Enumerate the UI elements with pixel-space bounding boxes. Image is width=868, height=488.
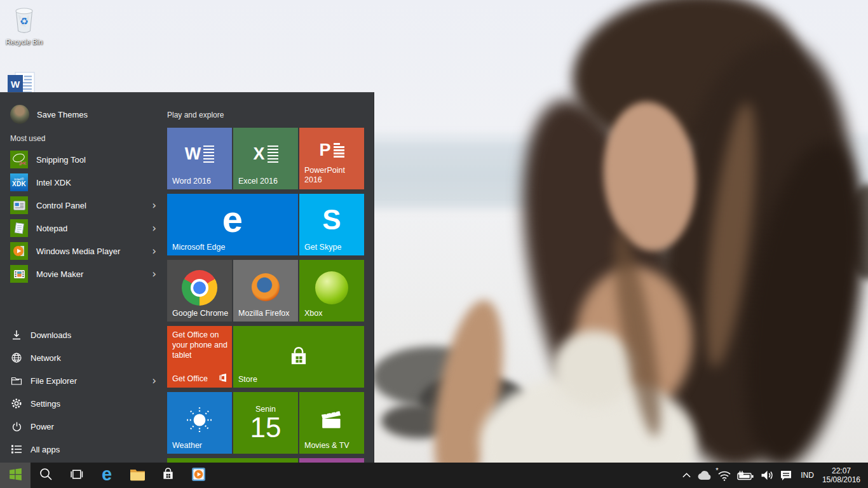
tray-chevron-up-icon[interactable] [682, 472, 691, 478]
menu-item-label: Snipping Tool [36, 155, 86, 165]
menu-item-all-apps[interactable]: All apps [10, 438, 158, 461]
start-button[interactable] [0, 463, 31, 488]
folder-icon [130, 468, 146, 484]
menu-item-intel-xdk[interactable]: intel®XDK Intel XDK [10, 171, 158, 194]
windows-logo-icon [8, 466, 24, 485]
tile-label: Excel 2016 [238, 177, 278, 186]
most-used-list: ✂ Snipping Tool intel®XDK Intel XDK Cont… [10, 148, 163, 285]
clock-time: 22:07 [832, 466, 851, 475]
clock[interactable]: 22:07 15/08/2016 [822, 466, 862, 484]
menu-item-notepad[interactable]: Notepad › [10, 217, 158, 240]
menu-item-downloads[interactable]: Downloads [10, 323, 158, 346]
tile-label: Movies & TV [304, 441, 349, 451]
search-button[interactable] [31, 463, 61, 488]
recycle-bin-label: Recycle Bin [6, 38, 43, 46]
menu-item-label: Network [31, 353, 61, 363]
svg-text:♻: ♻ [20, 15, 29, 27]
menu-item-control-panel[interactable]: Control Panel › [10, 194, 158, 217]
most-used-header: Most used [10, 132, 163, 145]
windows-media-player-icon [10, 242, 28, 260]
tile-mozilla-firefox[interactable]: Mozilla Firefox [233, 260, 298, 322]
menu-item-label: Power [31, 422, 54, 431]
menu-item-snipping-tool[interactable]: ✂ Snipping Tool [10, 148, 158, 171]
submenu-chevron-icon: › [152, 269, 156, 280]
desktop: ♻ Recycle Bin W Save Themes Most used ✂ [0, 0, 868, 488]
store-taskbar-button[interactable] [153, 463, 183, 488]
tile-label: Google Chrome [172, 309, 228, 318]
edge-taskbar-button[interactable]: e [92, 463, 122, 488]
search-icon [39, 467, 53, 484]
clock-date: 15/08/2016 [822, 475, 860, 484]
user-name: Save Themes [37, 110, 88, 119]
recycle-bin-icon: ♻ [11, 5, 37, 37]
system-items-list: Downloads Network File Explorer › [10, 323, 163, 461]
network-icon [10, 352, 23, 363]
action-center-icon[interactable] [780, 470, 792, 482]
tile-grid: W Word 2016 X Excel 2016 P PowerPoint 20… [167, 128, 364, 463]
menu-item-windows-media-player[interactable]: Windows Media Player › [10, 240, 158, 262]
play-and-explore-header: Play and explore [167, 109, 224, 121]
task-view-icon [69, 467, 84, 484]
power-icon [10, 421, 23, 432]
menu-item-label: Notepad [36, 224, 67, 233]
taskbar: e * [0, 463, 868, 488]
menu-item-label: All apps [31, 445, 60, 454]
intel-xdk-icon: intel®XDK [10, 173, 28, 191]
control-panel-icon [10, 196, 28, 214]
file-explorer-taskbar-button[interactable] [122, 463, 153, 488]
tile-label: PowerPoint 2016 [304, 166, 363, 185]
tile-excel-2016[interactable]: X Excel 2016 [233, 128, 298, 189]
menu-item-label: Control Panel [36, 201, 86, 210]
tile-label: Xbox [304, 309, 323, 318]
menu-item-network[interactable]: Network [10, 346, 158, 369]
menu-item-label: File Explorer [31, 376, 77, 386]
tile-partial-purple[interactable] [299, 458, 364, 463]
menu-item-power[interactable]: Power [10, 415, 158, 438]
tile-weather[interactable]: Weather [167, 392, 232, 454]
menu-item-label: Settings [31, 399, 60, 409]
menu-item-label: Intel XDK [36, 178, 71, 187]
get-office-body-text: Get Office on your phone and tablet [172, 330, 228, 360]
menu-item-label: Downloads [31, 330, 71, 340]
submenu-chevron-icon: › [152, 246, 156, 257]
menu-item-label: Windows Media Player [36, 247, 120, 256]
tile-store[interactable]: Store [233, 326, 364, 388]
tile-calendar[interactable]: Senin 15 [233, 392, 298, 454]
windows-media-player-taskbar-button[interactable] [183, 463, 214, 488]
system-tray: * IND 22:07 15/08/2016 [682, 463, 868, 488]
edge-icon: e [102, 465, 112, 484]
tile-get-skype[interactable]: S Get Skype [299, 194, 364, 255]
wifi-icon[interactable]: * [717, 470, 731, 482]
tile-google-chrome[interactable]: Google Chrome [167, 260, 232, 322]
movie-maker-icon [10, 265, 28, 283]
tile-label: Store [238, 375, 257, 384]
battery-charging-icon[interactable] [737, 470, 754, 480]
menu-item-label: Movie Maker [36, 269, 83, 279]
volume-icon[interactable] [760, 470, 774, 481]
recycle-bin-desktop-icon[interactable]: ♻ Recycle Bin [0, 5, 48, 46]
download-icon [10, 329, 23, 341]
language-indicator[interactable]: IND [798, 471, 817, 480]
submenu-chevron-icon: › [152, 223, 156, 234]
tile-movies-tv[interactable]: Movies & TV [299, 392, 364, 454]
user-avatar [10, 105, 29, 124]
user-profile-button[interactable]: Save Themes [10, 103, 163, 126]
tile-xbox[interactable]: Xbox [299, 260, 364, 322]
tile-label: Word 2016 [172, 177, 211, 186]
notepad-icon [10, 219, 28, 237]
tile-label: Mozilla Firefox [238, 309, 290, 318]
office-logo-icon [219, 374, 227, 384]
tile-get-office[interactable]: Get Office on your phone and tablet Get … [167, 326, 232, 388]
tile-partial-green[interactable] [167, 458, 298, 463]
get-office-action-label: Get Office [172, 374, 208, 383]
menu-item-movie-maker[interactable]: Movie Maker › [10, 262, 158, 285]
store-icon [159, 466, 177, 485]
tile-microsoft-edge[interactable]: e Microsoft Edge [167, 194, 298, 255]
submenu-chevron-icon: › [152, 200, 156, 211]
menu-item-file-explorer[interactable]: File Explorer › [10, 369, 158, 392]
menu-item-settings[interactable]: Settings [10, 392, 158, 415]
task-view-button[interactable] [61, 463, 92, 488]
onedrive-cloud-icon[interactable] [697, 470, 712, 480]
tile-word-2016[interactable]: W Word 2016 [167, 128, 232, 189]
tile-powerpoint-2016[interactable]: P PowerPoint 2016 [299, 128, 364, 189]
